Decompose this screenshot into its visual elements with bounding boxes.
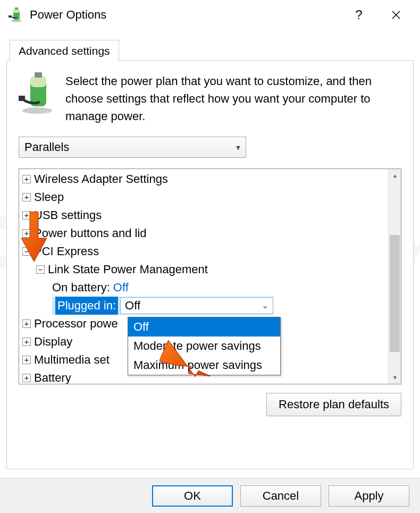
svg-point-0	[11, 20, 22, 22]
apply-button[interactable]: Apply	[329, 485, 409, 507]
svg-rect-3	[15, 7, 18, 10]
dropdown-option-moderate[interactable]: Moderate power savings	[128, 337, 280, 356]
svg-rect-4	[9, 15, 12, 18]
battery-icon	[9, 7, 24, 23]
tree-item-on-battery[interactable]: On battery: Off	[22, 279, 388, 297]
svg-rect-9	[19, 96, 25, 101]
plugged-in-label: Plugged in:	[55, 297, 118, 315]
svg-point-5	[22, 107, 52, 114]
scroll-thumb[interactable]	[390, 235, 400, 352]
tab-page: Select the power plan that you want to c…	[6, 60, 414, 469]
svg-rect-2	[13, 9, 20, 13]
svg-rect-7	[30, 77, 46, 87]
plugged-in-dropdown[interactable]: Off Moderate power savings Maximum power…	[128, 317, 281, 375]
expand-icon[interactable]	[22, 193, 31, 201]
close-button[interactable]	[377, 3, 415, 27]
tree-scrollbar[interactable]: ▴ ▾	[388, 169, 401, 384]
ok-button[interactable]: OK	[152, 485, 233, 507]
scroll-down-button[interactable]: ▾	[389, 371, 401, 384]
collapse-icon[interactable]	[36, 265, 45, 274]
restore-defaults-button[interactable]: Restore plan defaults	[266, 393, 401, 416]
expand-icon[interactable]	[22, 356, 31, 364]
plugged-in-value: Off	[125, 297, 140, 315]
on-battery-value[interactable]: Off	[113, 279, 129, 297]
dropdown-option-maximum[interactable]: Maximum power savings	[128, 356, 280, 375]
tab-strip: Advanced settings	[6, 38, 414, 61]
intro-text: Select the power plan that you want to c…	[65, 72, 401, 125]
chevron-down-icon: ⌄	[262, 297, 268, 315]
power-plan-value: Parallels	[24, 140, 69, 154]
dropdown-option-off[interactable]: Off	[128, 317, 280, 337]
expand-icon[interactable]	[22, 229, 31, 238]
tree-item-wireless[interactable]: Wireless Adapter Settings	[22, 170, 388, 188]
plugged-in-combo[interactable]: Off ⌄	[120, 297, 273, 314]
power-plan-icon	[19, 72, 56, 115]
tab-advanced-settings[interactable]: Advanced settings	[10, 40, 119, 61]
svg-rect-8	[35, 72, 42, 78]
expand-icon[interactable]	[22, 374, 31, 382]
tree-item-plugged-in[interactable]: Plugged in: Off ⌄	[22, 297, 388, 315]
dialog-button-bar: OK Cancel Apply	[0, 478, 420, 513]
expand-icon[interactable]	[22, 338, 31, 346]
settings-tree: Wireless Adapter Settings Sleep USB sett…	[19, 169, 401, 384]
chevron-down-icon: ▾	[236, 142, 240, 153]
expand-icon[interactable]	[22, 175, 31, 183]
intro-row: Select the power plan that you want to c…	[19, 72, 401, 125]
tree-item-power-buttons[interactable]: Power buttons and lid	[22, 224, 388, 242]
tree-item-sleep[interactable]: Sleep	[22, 188, 388, 206]
tree-item-usb[interactable]: USB settings	[22, 206, 388, 224]
scroll-track[interactable]	[389, 182, 401, 371]
collapse-icon[interactable]	[22, 247, 31, 256]
scroll-up-button[interactable]: ▴	[389, 169, 401, 182]
tab-host: Advanced settings Select the power plan …	[6, 38, 414, 469]
power-plan-select[interactable]: Parallels ▾	[19, 137, 246, 158]
title-bar: Power Options ?	[0, 0, 420, 30]
help-button[interactable]: ?	[340, 3, 377, 27]
expand-icon[interactable]	[22, 211, 31, 220]
expand-icon[interactable]	[22, 319, 31, 328]
cancel-button[interactable]: Cancel	[240, 485, 321, 507]
tree-item-link-state[interactable]: Link State Power Management	[22, 260, 388, 279]
tree-item-pci-express[interactable]: PCI Express	[22, 242, 388, 260]
window-title: Power Options	[30, 8, 340, 22]
